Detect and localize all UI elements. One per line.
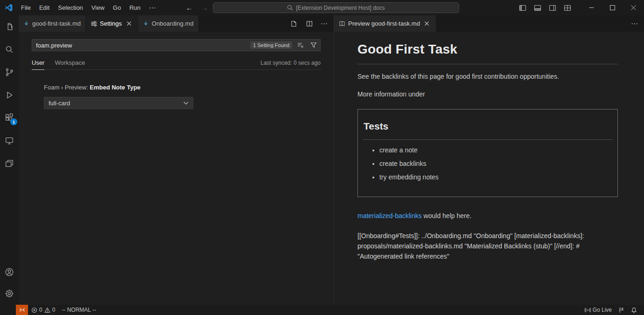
command-center[interactable]: [Extension Development Host] docs (213, 2, 459, 13)
editor-group-right: Preview good-first-task.md ⋯ Good First … (334, 15, 644, 305)
menu-edit[interactable]: Edit (35, 0, 54, 15)
status-bar-right: Go Live (581, 305, 644, 315)
explorer-icon[interactable] (4, 21, 15, 32)
preview-paragraph: See the backlinks of this page for good … (357, 72, 618, 82)
tab-settings[interactable]: Settings (86, 15, 138, 32)
more-actions-icon[interactable]: ⋯ (321, 20, 328, 28)
vim-mode-label: -- NORMAL -- (62, 307, 96, 313)
settings-count-badge: 1 Setting Found (250, 41, 292, 49)
menu-file[interactable]: File (17, 0, 35, 15)
navigate-back-icon[interactable]: ← (186, 4, 193, 12)
list-item: create a note (379, 145, 613, 156)
remote-indicator[interactable] (16, 305, 28, 315)
workbench: 1 good-first-task.md (0, 15, 644, 305)
editor-layouts-icon[interactable] (4, 158, 15, 169)
tab-bar-left: good-first-task.md Settings Onboarding.m… (19, 15, 334, 32)
split-editor-icon[interactable] (305, 19, 314, 28)
tab-label: Onboarding.md (152, 20, 194, 27)
close-tab-icon[interactable] (423, 20, 431, 28)
embedded-note-heading: Tests (363, 115, 613, 140)
status-bar: 0 0 -- NORMAL -- Go Live (0, 305, 644, 315)
toggle-primary-sidebar-icon[interactable] (516, 0, 530, 15)
error-count: 0 (39, 307, 42, 313)
search-icon (287, 5, 293, 11)
markdown-file-icon (23, 21, 29, 27)
sync-status-label: Last synced: 0 secs ago (260, 60, 321, 69)
editor-group-left: good-first-task.md Settings Onboarding.m… (19, 15, 334, 305)
minimize-button[interactable] (581, 0, 602, 15)
flag-icon (618, 307, 624, 313)
tab-preview-good-first-task[interactable]: Preview good-first-task.md (334, 15, 436, 32)
search-icon[interactable] (4, 44, 15, 55)
activity-bar: 1 (0, 15, 19, 305)
tab-onboarding[interactable]: Onboarding.md (138, 15, 199, 32)
menu-overflow-icon[interactable]: ⋯ (145, 0, 161, 15)
notifications-button[interactable] (628, 305, 640, 315)
setting-item-embed-note-type: Foam › Preview: Embed Note Type full-car… (32, 84, 321, 109)
menu-selection[interactable]: Selection (54, 0, 87, 15)
markdown-file-icon (143, 21, 149, 27)
titlebar: File Edit Selection View Go Run ⋯ ← → [E… (0, 0, 644, 15)
setting-category: Foam › Preview: (44, 84, 90, 91)
scope-tab-user[interactable]: User (32, 59, 44, 70)
command-center-label: [Extension Development Host] docs (296, 5, 385, 11)
settings-search-row: 1 Setting Found (32, 39, 321, 51)
problems-indicator[interactable]: 0 0 (28, 305, 58, 315)
settings-scope-tabs: User Workspace Last synced: 0 secs ago (32, 57, 321, 70)
customize-layout-icon[interactable] (560, 0, 574, 15)
editor-actions-left: ⋯ (289, 15, 334, 32)
preview-paragraph: materialized-backlinks would help here. (357, 211, 618, 221)
preview-heading: Good First Task (357, 39, 618, 64)
markdown-preview-icon (339, 21, 345, 27)
setting-name: Embed Note Type (90, 84, 140, 91)
window-controls (516, 0, 644, 15)
vim-mode-indicator[interactable]: -- NORMAL -- (58, 305, 99, 315)
go-live-label: Go Live (593, 307, 612, 313)
error-icon (31, 307, 37, 313)
toggle-panel-icon[interactable] (531, 0, 545, 15)
tab-label: Settings (100, 20, 122, 27)
tab-bar-right: Preview good-first-task.md ⋯ (334, 15, 644, 32)
tab-label: good-first-task.md (32, 20, 81, 27)
setting-title: Foam › Preview: Embed Note Type (44, 84, 321, 91)
close-tab-icon[interactable] (125, 20, 133, 28)
link-suffix-text: would help here. (422, 212, 472, 219)
account-icon[interactable] (4, 267, 15, 278)
close-window-button[interactable] (623, 0, 644, 15)
list-item: create backlinks (379, 159, 613, 169)
tab-good-first-task[interactable]: good-first-task.md (19, 15, 86, 32)
menu-view[interactable]: View (87, 0, 109, 15)
extensions-icon[interactable]: 1 (4, 112, 15, 123)
filter-funnel-icon[interactable] (309, 41, 318, 50)
menu-go[interactable]: Go (109, 0, 125, 15)
open-settings-json-icon[interactable] (289, 19, 298, 28)
run-debug-icon[interactable] (4, 89, 15, 101)
select-value: full-card (49, 100, 70, 107)
chevron-down-icon (183, 102, 189, 105)
warning-icon (44, 307, 50, 313)
remote-icon (19, 307, 25, 313)
embed-note-type-select[interactable]: full-card (44, 97, 193, 109)
go-live-button[interactable]: Go Live (581, 305, 615, 315)
navigate-forward-icon[interactable]: → (201, 4, 208, 12)
source-control-icon[interactable] (4, 67, 15, 78)
list-item: try embedding notes (379, 172, 613, 183)
link-references-text: [[Onboarding#Tests]]: ../Onboarding.md "… (357, 231, 618, 261)
feedback-flag-button[interactable] (615, 305, 628, 315)
remote-explorer-icon[interactable] (4, 135, 15, 146)
embedded-note-list: create a note create backlinks try embed… (363, 145, 613, 182)
editor-actions-right: ⋯ (631, 15, 644, 32)
clear-filters-icon[interactable] (296, 41, 305, 50)
tab-label: Preview good-first-task.md (348, 20, 420, 27)
materialized-backlinks-link[interactable]: materialized-backlinks (357, 212, 422, 219)
settings-gear-icon[interactable] (4, 288, 15, 299)
toggle-secondary-sidebar-icon[interactable] (546, 0, 560, 15)
menu-run[interactable]: Run (125, 0, 145, 15)
more-actions-icon[interactable]: ⋯ (631, 20, 638, 28)
layout-controls (516, 0, 574, 15)
settings-tune-icon (91, 21, 97, 27)
scope-tab-workspace[interactable]: Workspace (55, 59, 85, 69)
settings-editor: 1 Setting Found User Workspace Last sync… (19, 32, 334, 109)
warning-count: 0 (52, 307, 56, 313)
maximize-button[interactable] (602, 0, 623, 15)
